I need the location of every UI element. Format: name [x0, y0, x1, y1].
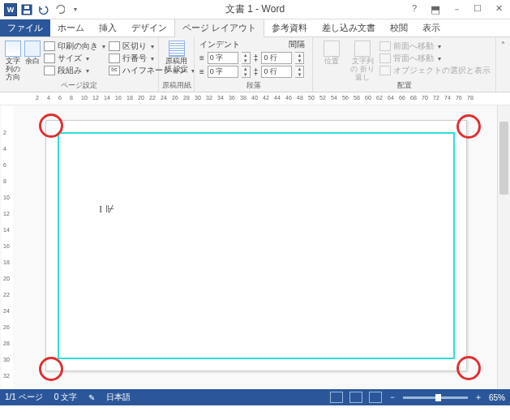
ribbon-tabs: ファイル ホーム 挿入 デザイン ページ レイアウト 参考資料 差し込み文書 校… — [0, 19, 510, 37]
tab-view[interactable]: 表示 — [415, 19, 448, 36]
tab-page-layout[interactable]: ページ レイアウト — [174, 19, 264, 37]
crop-mark-br — [456, 361, 465, 369]
title-bar: W ▾ 文書 1 - Word ? ⬒ － ☐ ✕ — [0, 0, 510, 19]
tab-review[interactable]: 校閲 — [383, 19, 415, 36]
ribbon: 文字列の 方向 余白 印刷の向き▾ サイズ▾ 段組み▾ 区切り▾ 行番号▾ bc… — [0, 37, 510, 92]
spacing-before-input[interactable]: 0 行 — [261, 52, 292, 64]
svg-rect-2 — [24, 6, 29, 9]
arrange-label: 配置 — [313, 80, 495, 91]
maximize-icon[interactable]: ☐ — [471, 3, 484, 15]
document-area: 2468101214161820222426283032 I ⊮ — [0, 105, 510, 389]
indent-left-icon: ≡ — [199, 54, 204, 62]
undo-icon[interactable] — [36, 2, 50, 17]
tab-file[interactable]: ファイル — [0, 19, 50, 36]
redo-icon[interactable] — [52, 2, 66, 17]
orientation-button[interactable]: 印刷の向き▾ — [44, 41, 105, 52]
ribbon-options-icon[interactable]: ⬒ — [429, 3, 442, 15]
text-cursor-icon: I ⊮ — [99, 203, 114, 216]
spacing-after-input[interactable]: 0 行 — [261, 66, 292, 78]
spacing-after-icon: ‡ — [254, 67, 259, 76]
tab-mailings[interactable]: 差し込み文書 — [315, 19, 383, 36]
minimize-icon[interactable]: － — [450, 3, 463, 15]
spacing-before-icon: ‡ — [254, 54, 259, 62]
svg-rect-1 — [24, 11, 30, 14]
status-proofing-icon[interactable]: ✎ — [88, 393, 95, 402]
vertical-ruler[interactable]: 2468101214161820222426283032 — [2, 105, 13, 389]
status-bar: 1/1 ページ 0 文字 ✎ 日本語 － ＋ 65% — [0, 389, 510, 405]
window-controls: ? ⬒ － ☐ ✕ — [408, 3, 510, 15]
columns-button[interactable]: 段組み▾ — [44, 65, 105, 76]
zoom-slider[interactable] — [403, 396, 468, 399]
margin-guide — [58, 132, 455, 359]
manuscript-label: 原稿用紙 — [159, 80, 194, 91]
word-app-icon: W — [3, 2, 18, 17]
indent-left-spinner[interactable]: ▲▼ — [242, 52, 251, 64]
bring-forward-button: 前面へ移動▾ — [379, 41, 491, 52]
page-setup-label: ページ設定 — [0, 80, 158, 91]
quick-access-toolbar: W ▾ — [0, 2, 86, 17]
status-language[interactable]: 日本語 — [106, 392, 131, 403]
indent-right-input[interactable]: 0 字 — [208, 66, 238, 78]
zoom-in-icon[interactable]: ＋ — [474, 392, 482, 403]
tab-home[interactable]: ホーム — [50, 19, 92, 36]
view-read-mode-icon[interactable] — [349, 392, 362, 403]
help-icon[interactable]: ? — [408, 3, 421, 15]
view-print-layout-icon[interactable] — [330, 392, 343, 403]
crop-mark-tr — [456, 122, 465, 131]
vertical-scrollbar[interactable] — [497, 105, 510, 389]
window-title: 文書 1 - Word — [225, 2, 285, 16]
send-backward-button: 背面へ移動▾ — [379, 53, 491, 64]
tab-insert[interactable]: 挿入 — [92, 19, 124, 36]
paragraph-label: 段落 — [195, 80, 312, 91]
group-paragraph: インデント間隔 ≡ 0 字▲▼ ‡ 0 行▲▼ ≡ 0 字▲▼ ‡ 0 行▲▼ … — [195, 37, 313, 92]
group-manuscript: 原稿用紙 設定 原稿用紙 — [159, 37, 195, 92]
save-icon[interactable] — [19, 2, 34, 17]
indent-right-icon: ≡ — [199, 67, 204, 76]
spacing-before-spinner[interactable]: ▲▼ — [295, 52, 304, 64]
indent-right-spinner[interactable]: ▲▼ — [242, 66, 251, 78]
zoom-out-icon[interactable]: － — [388, 392, 396, 403]
group-arrange: 位置 文字列の 折り返し 前面へ移動▾ 背面へ移動▾ オブジェクトの選択と表示 … — [313, 37, 496, 92]
size-button[interactable]: サイズ▾ — [44, 53, 105, 64]
status-page[interactable]: 1/1 ページ — [5, 392, 43, 403]
indent-left-input[interactable]: 0 字 — [208, 52, 238, 64]
tab-references[interactable]: 参考資料 — [264, 19, 315, 36]
horizontal-ruler[interactable]: 2468101214161820222426283032343638404244… — [0, 92, 510, 105]
close-icon[interactable]: ✕ — [492, 3, 505, 15]
crop-mark-tl — [48, 122, 56, 131]
zoom-level[interactable]: 65% — [489, 393, 505, 402]
collapse-ribbon-icon[interactable]: ˄ — [496, 37, 510, 92]
tab-design[interactable]: デザイン — [124, 19, 174, 36]
spacing-after-spinner[interactable]: ▲▼ — [295, 66, 304, 78]
page[interactable] — [45, 120, 467, 371]
view-web-layout-icon[interactable] — [369, 392, 382, 403]
qat-dropdown-icon[interactable]: ▾ — [68, 2, 83, 17]
selection-pane-button[interactable]: オブジェクトの選択と表示 — [379, 65, 491, 76]
status-words[interactable]: 0 文字 — [54, 392, 77, 403]
group-page-setup: 文字列の 方向 余白 印刷の向き▾ サイズ▾ 段組み▾ 区切り▾ 行番号▾ bc… — [0, 37, 159, 92]
crop-mark-bl — [48, 361, 56, 369]
